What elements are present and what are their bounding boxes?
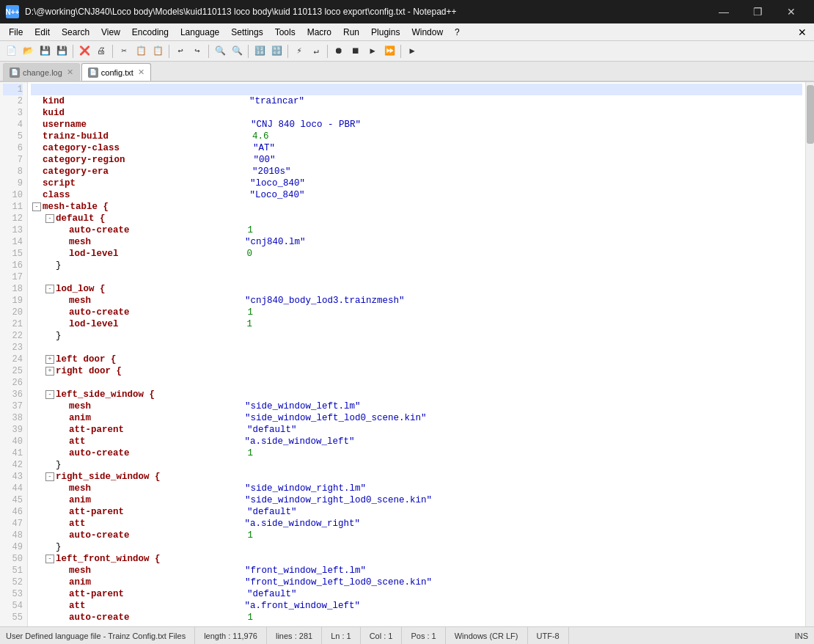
tab-config[interactable]: 📄 config.txt ✕	[81, 63, 151, 81]
code-line-52[interactable]: anim"front_window_left_lod0_scene.kin"	[31, 577, 802, 588]
code-line-15[interactable]: lod-level0	[31, 248, 802, 260]
code-line-44[interactable]: mesh"side_window_right.lm"	[31, 483, 802, 494]
code-line-5[interactable]: trainz-build4.6	[31, 131, 802, 142]
code-line-40[interactable]: att"a.side_window_left"	[31, 436, 802, 447]
code-line-49[interactable]: }	[31, 541, 802, 553]
code-line-42[interactable]: }	[31, 459, 802, 471]
menu-file[interactable]: File	[3, 24, 29, 40]
code-line-1[interactable]	[31, 84, 802, 95]
menu-settings[interactable]: Settings	[225, 24, 268, 40]
code-line-16[interactable]: }	[31, 260, 802, 271]
menu-view[interactable]: View	[95, 24, 126, 40]
code-line-53[interactable]: att-parent"default"	[31, 588, 802, 600]
menu-window[interactable]: Window	[406, 24, 449, 40]
code-line-25[interactable]: +right door {	[31, 365, 802, 377]
close-button[interactable]: ✕	[774, 0, 808, 23]
tb-print[interactable]: 🖨	[93, 43, 109, 59]
code-line-22[interactable]: }	[31, 330, 802, 342]
menu-macro[interactable]: Macro	[301, 24, 337, 40]
fold-btn[interactable]: -	[45, 390, 54, 399]
code-line-54[interactable]: att"a.front_window_left"	[31, 600, 802, 612]
tb-save[interactable]: 💾	[37, 43, 53, 59]
code-line-14[interactable]: mesh"cnj840.lm"	[31, 236, 802, 248]
tb-paste[interactable]: 📋	[150, 43, 166, 59]
tb-macro-rec[interactable]: ⏺	[331, 43, 347, 59]
fold-btn[interactable]: +	[45, 355, 54, 364]
code-line-3[interactable]: kuid	[31, 107, 802, 119]
code-line-47[interactable]: att"a.side_window_right"	[31, 518, 802, 530]
minimize-button[interactable]: —	[707, 0, 741, 23]
code-line-13[interactable]: auto-create1	[31, 224, 802, 236]
code-line-24[interactable]: +left door {	[31, 354, 802, 365]
code-line-41[interactable]: auto-create1	[31, 447, 802, 459]
tb-macro-play[interactable]: ▶	[364, 43, 381, 59]
scrollbar-track[interactable]	[805, 82, 814, 626]
fold-btn[interactable]: -	[45, 555, 54, 563]
tb-redo[interactable]: ↪	[189, 43, 205, 59]
fold-btn[interactable]: +	[45, 367, 54, 376]
code-line-2[interactable]: kind"traincar"	[31, 95, 802, 107]
tb-wrap[interactable]: ↵	[308, 43, 324, 59]
tb-macro-stop[interactable]: ⏹	[348, 43, 364, 59]
tab-changelog[interactable]: 📄 change.log ✕	[3, 63, 80, 81]
tb-new[interactable]: 📄	[3, 43, 19, 59]
maximize-button[interactable]: ❐	[741, 0, 774, 23]
code-line-37[interactable]: mesh"side_window_left.lm"	[31, 400, 802, 412]
code-line-12[interactable]: -default {	[31, 213, 802, 224]
tb-run[interactable]: ▶	[404, 43, 420, 59]
code-line-8[interactable]: category-era"2010s"	[31, 166, 802, 178]
menu-encoding[interactable]: Encoding	[126, 24, 175, 40]
menu-edit[interactable]: Edit	[29, 24, 56, 40]
code-line-45[interactable]: anim"side_window_right_lod0_scene.kin"	[31, 494, 802, 506]
code-line-6[interactable]: category-class"AT"	[31, 142, 802, 154]
tb-zoom-out[interactable]: 🔡	[268, 43, 285, 59]
tb-macro-run[interactable]: ⏩	[381, 43, 397, 59]
menu-help[interactable]: ?	[449, 24, 466, 40]
code-content[interactable]: kind"traincar"kuidusername"CNJ 840 loco …	[28, 82, 805, 626]
tb-close[interactable]: ❌	[76, 43, 92, 59]
tb-sync-scroll[interactable]: ⚡	[291, 43, 307, 59]
code-line-19[interactable]: mesh"cnj840_body_lod3.trainzmesh"	[31, 295, 802, 307]
code-line-17[interactable]	[31, 271, 802, 283]
menu-run[interactable]: Run	[337, 24, 365, 40]
scrollbar-thumb[interactable]	[807, 85, 814, 144]
code-line-50[interactable]: -left_front_window {	[31, 553, 802, 565]
tb-copy[interactable]: 📋	[133, 43, 149, 59]
menu-language[interactable]: Language	[175, 24, 225, 40]
tab-config-close[interactable]: ✕	[138, 67, 144, 77]
code-line-21[interactable]: lod-level1	[31, 318, 802, 330]
code-line-4[interactable]: username"CNJ 840 loco - PBR"	[31, 119, 802, 131]
tb-save-all[interactable]: 💾	[54, 43, 70, 59]
code-line-11[interactable]: -mesh-table {	[31, 201, 802, 213]
tb-zoom-in[interactable]: 🔢	[252, 43, 268, 59]
code-line-18[interactable]: -lod_low {	[31, 283, 802, 295]
code-line-36[interactable]: -left_side_window {	[31, 389, 802, 400]
menu-plugins[interactable]: Plugins	[365, 24, 406, 40]
code-line-38[interactable]: anim"side_window_left_lod0_scene.kin"	[31, 412, 802, 424]
fold-btn[interactable]: -	[45, 472, 54, 481]
code-line-51[interactable]: mesh"front_window_left.lm"	[31, 565, 802, 577]
code-line-43[interactable]: -right_side_window {	[31, 471, 802, 483]
menubar-close[interactable]: ✕	[793, 26, 811, 38]
code-line-39[interactable]: att-parent"default"	[31, 424, 802, 436]
menu-search[interactable]: Search	[56, 24, 95, 40]
fold-btn[interactable]: -	[32, 202, 41, 211]
code-line-7[interactable]: category-region"00"	[31, 154, 802, 166]
tab-changelog-close[interactable]: ✕	[67, 67, 73, 77]
tb-find[interactable]: 🔍	[212, 43, 228, 59]
code-line-9[interactable]: script"loco_840"	[31, 178, 802, 189]
code-line-46[interactable]: att-parent"default"	[31, 506, 802, 518]
fold-btn[interactable]: -	[45, 214, 54, 223]
tb-find-replace[interactable]: 🔍	[229, 43, 245, 59]
code-line-55[interactable]: auto-create1	[31, 612, 802, 623]
tb-undo[interactable]: ↩	[172, 43, 188, 59]
code-line-26[interactable]	[31, 377, 802, 389]
tb-cut[interactable]: ✂	[116, 43, 132, 59]
menu-tools[interactable]: Tools	[269, 24, 301, 40]
fold-btn[interactable]: -	[45, 285, 54, 293]
code-line-23[interactable]	[31, 342, 802, 354]
code-line-20[interactable]: auto-create1	[31, 307, 802, 318]
code-line-48[interactable]: auto-create1	[31, 530, 802, 541]
code-line-10[interactable]: class"Loco_840"	[31, 189, 802, 201]
tb-open[interactable]: 📂	[20, 43, 36, 59]
